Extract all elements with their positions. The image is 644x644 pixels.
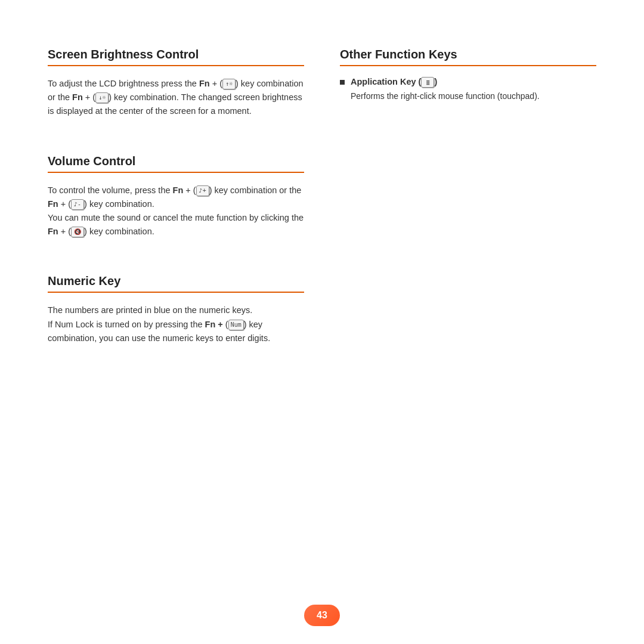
other-function-keys-divider [340,65,596,66]
bullet-icon [340,80,345,85]
other-function-keys-title: Other Function Keys [340,48,596,61]
volume-control-text: To control the volume, press the Fn + (♪… [48,184,304,239]
application-key-content: Application Key (≣) Performs the right-c… [351,77,596,103]
volume-control-title: Volume Control [48,154,304,168]
application-key-icon: ≣ [421,77,434,88]
volume-up-key: ♪+ [196,185,209,196]
screen-brightness-text: To adjust the LCD brightness press the F… [48,77,304,119]
numeric-key-divider [48,292,304,293]
numeric-key-section: Numeric Key The numbers are printed in b… [48,274,304,345]
application-key-item: Application Key (≣) Performs the right-c… [340,77,596,103]
page-content: Screen Brightness Control To adjust the … [0,0,644,381]
mute-key: 🔇 [71,227,84,237]
numeric-key-title: Numeric Key [48,274,304,288]
screen-brightness-title: Screen Brightness Control [48,48,304,61]
left-column: Screen Brightness Control To adjust the … [48,48,304,345]
page-number-container: 43 [304,605,340,626]
screen-brightness-divider [48,65,304,66]
numlock-key: Num [228,320,244,330]
brightness-up-key: ↑☼ [222,79,236,89]
other-function-keys-section: Other Function Keys Application Key (≣) … [340,48,596,107]
volume-control-divider [48,172,304,173]
volume-control-section: Volume Control To control the volume, pr… [48,154,304,239]
screen-brightness-section: Screen Brightness Control To adjust the … [48,48,304,119]
numeric-key-text: The numbers are printed in blue on the n… [48,304,304,345]
application-key-description: Performs the right-click mouse function … [351,90,596,103]
brightness-down-key: ↓☼ [95,92,109,103]
application-key-title: Application Key (≣) [351,77,596,88]
right-column: Other Function Keys Application Key (≣) … [340,48,596,345]
volume-down-key: ♪- [71,199,84,210]
page-number: 43 [304,605,340,626]
